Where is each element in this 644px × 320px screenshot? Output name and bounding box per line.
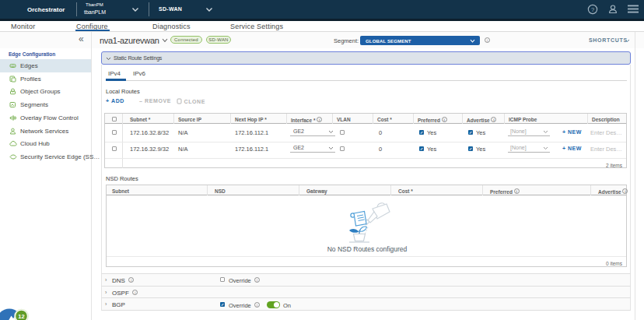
svg-text:?: ? bbox=[591, 6, 594, 13]
svg-text:12: 12 bbox=[18, 313, 24, 320]
